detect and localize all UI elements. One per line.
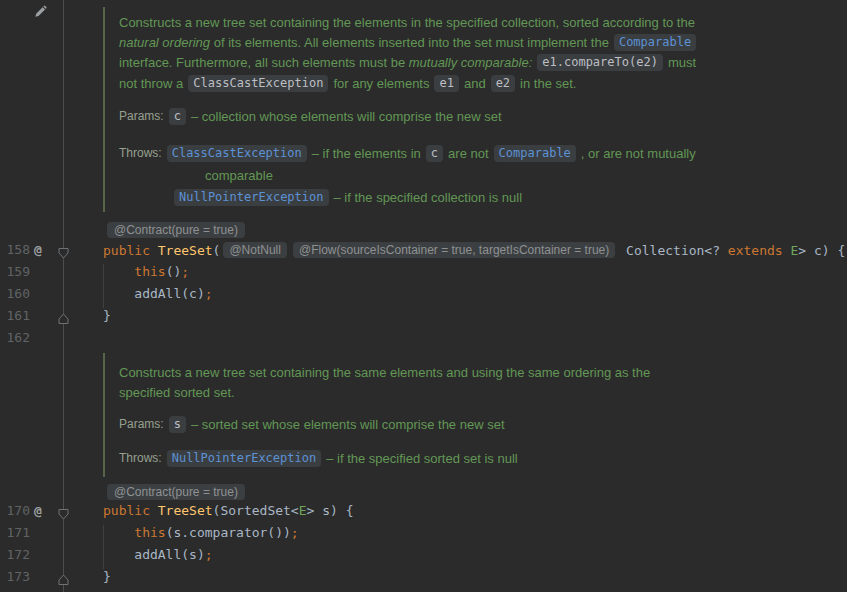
- javadoc-block-collection-ctor: Constructs a new tree set containing the…: [103, 7, 847, 212]
- code-chip: e1: [434, 75, 458, 92]
- code-text: (SortedSet<: [213, 503, 299, 518]
- doc-text: , or are not mutually: [581, 146, 696, 161]
- doc-text: must: [668, 55, 696, 70]
- annotation-gutter-icon[interactable]: @: [34, 242, 50, 264]
- notnull-inlay-hint[interactable]: @NotNull: [223, 242, 287, 258]
- doc-text: – sorted set whose elements will compris…: [191, 417, 505, 432]
- fold-marker-expand-158[interactable]: [57, 246, 70, 259]
- comparable-link[interactable]: Comparable: [614, 34, 696, 51]
- nullpointerexception-link[interactable]: NullPointerException: [174, 189, 329, 206]
- ide-editor: 158 159 160 161 162 170 171 172 173 @ @ …: [0, 0, 847, 592]
- doc-throws-line: Throws: NullPointerException – if the sp…: [119, 448, 518, 468]
- code-text: > c) {: [798, 243, 845, 258]
- code-text: }: [103, 569, 111, 584]
- param-chip: c: [426, 145, 443, 162]
- doc-text: comparable: [205, 168, 273, 183]
- line-number-172[interactable]: 172: [0, 547, 30, 569]
- nullpointerexception-link[interactable]: NullPointerException: [167, 450, 322, 467]
- code-line-160[interactable]: addAll(c);: [103, 286, 213, 308]
- doc-text: specified sorted set.: [119, 385, 235, 400]
- doc-throws-line: NullPointerException – if the specified …: [169, 187, 522, 207]
- indent: [103, 525, 134, 540]
- fold-up-icon: [57, 312, 70, 325]
- doc-params-line: Params: s – sorted set whose elements wi…: [119, 414, 505, 434]
- doc-text: in the set.: [520, 76, 576, 91]
- type-parameter: E: [299, 503, 307, 518]
- code-chip: e1.compareTo(e2): [537, 54, 663, 71]
- doc-text: Constructs a new tree set containing the…: [119, 15, 695, 30]
- throws-label: Throws:: [119, 451, 162, 465]
- edit-pencil-icon[interactable]: [32, 2, 50, 20]
- code-line-159[interactable]: this();: [103, 264, 189, 286]
- line-number-158[interactable]: 158: [0, 242, 30, 264]
- doc-throws-wrap-line: comparable: [205, 165, 273, 185]
- doc-paragraph-line: interface. Furthermore, all such element…: [119, 52, 696, 72]
- pencil-icon: [32, 2, 50, 20]
- params-label: Params:: [119, 109, 164, 123]
- fold-up-icon: [57, 573, 70, 586]
- param-chip: s: [169, 416, 186, 433]
- code-line-172[interactable]: addAll(s);: [103, 547, 213, 569]
- doc-params-line: Params: c – collection whose elements wi…: [119, 106, 502, 126]
- code-line-158[interactable]: public TreeSet(@NotNull@Flow(sourceIsCon…: [103, 242, 845, 264]
- doc-text: Constructs a new tree set containing the…: [119, 365, 650, 380]
- code-line-173[interactable]: }: [103, 569, 111, 591]
- indent: [103, 286, 134, 301]
- doc-paragraph-line: Constructs a new tree set containing the…: [119, 12, 695, 32]
- annotation-gutter-icon[interactable]: @: [34, 503, 50, 525]
- code-line-170[interactable]: public TreeSet(SortedSet<E> s) {: [103, 503, 353, 525]
- keyword: public: [103, 243, 158, 258]
- fold-marker-expand-170[interactable]: [57, 507, 70, 520]
- doc-italic-text: natural ordering: [119, 35, 210, 50]
- code-text: > s) {: [307, 503, 354, 518]
- semicolon: ;: [205, 286, 213, 301]
- comparable-link[interactable]: Comparable: [494, 145, 576, 162]
- method-name: TreeSet: [158, 503, 213, 518]
- keyword: extends: [728, 243, 783, 258]
- contract-inlay-hint[interactable]: @Contract(pure = true): [107, 484, 245, 500]
- indent-guide: [103, 525, 104, 569]
- throws-label: Throws:: [119, 146, 162, 160]
- code-line-161[interactable]: }: [103, 308, 111, 330]
- line-number-162[interactable]: 162: [0, 330, 30, 352]
- keyword: this: [134, 525, 165, 540]
- doc-italic-text: mutually comparable:: [409, 55, 533, 70]
- semicolon: ;: [291, 525, 299, 540]
- gutter-separator: [63, 0, 64, 592]
- params-label: Params:: [119, 417, 164, 431]
- indent: [103, 264, 134, 279]
- keyword: public: [103, 503, 158, 518]
- doc-text: – collection whose elements will compris…: [191, 109, 502, 124]
- line-number-173[interactable]: 173: [0, 569, 30, 591]
- doc-paragraph-line: specified sorted set.: [119, 382, 235, 402]
- keyword: this: [134, 264, 165, 279]
- line-number-159[interactable]: 159: [0, 264, 30, 286]
- line-number-160[interactable]: 160: [0, 286, 30, 308]
- code-chip: ClassCastException: [188, 75, 328, 92]
- fold-marker-end-161[interactable]: [57, 311, 70, 324]
- code-text: (: [213, 243, 221, 258]
- doc-text: are not: [448, 146, 488, 161]
- doc-text: – if the specified sorted set is null: [326, 451, 518, 466]
- indent: [103, 547, 134, 562]
- javadoc-block-sortedset-ctor: Constructs a new tree set containing the…: [103, 353, 847, 477]
- line-number-171[interactable]: 171: [0, 525, 30, 547]
- doc-text: – if the specified collection is null: [334, 190, 523, 205]
- type-parameter: E: [783, 243, 799, 258]
- doc-text: not throw a: [119, 76, 183, 91]
- line-number-161[interactable]: 161: [0, 308, 30, 330]
- param-chip: c: [169, 108, 186, 125]
- doc-text: of its elements. All elements inserted i…: [210, 35, 609, 50]
- code-text: addAll(s): [134, 547, 204, 562]
- fold-marker-end-173[interactable]: [57, 572, 70, 585]
- contract-inlay-hint[interactable]: @Contract(pure = true): [107, 222, 245, 238]
- code-text: (): [166, 264, 182, 279]
- code-line-171[interactable]: this(s.comparator());: [103, 525, 299, 547]
- doc-paragraph-line: natural ordering of its elements. All el…: [119, 32, 701, 52]
- classcastexception-link[interactable]: ClassCastException: [167, 145, 307, 162]
- line-number-170[interactable]: 170: [0, 503, 30, 525]
- code-text: (s.comparator()): [166, 525, 291, 540]
- flow-inlay-hint[interactable]: @Flow(sourceIsContainer = true, targetIs…: [293, 242, 615, 258]
- doc-text: for any elements: [333, 76, 429, 91]
- method-name: TreeSet: [158, 243, 213, 258]
